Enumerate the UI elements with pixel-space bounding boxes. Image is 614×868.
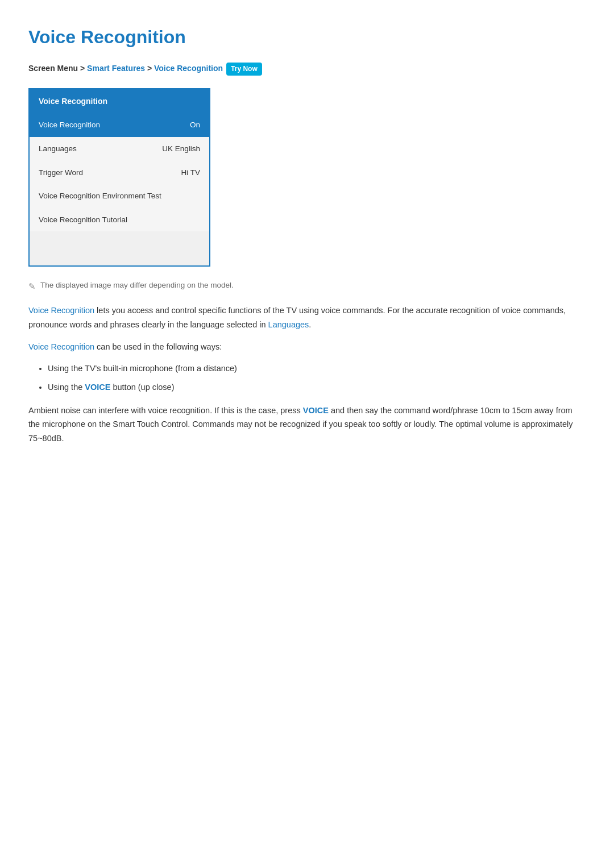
menu-item-label: Voice Recognition — [39, 119, 100, 131]
menu-item-environment-test[interactable]: Voice Recognition Environment Test — [30, 184, 209, 208]
languages-link[interactable]: Languages — [268, 320, 309, 329]
menu-item-trigger-word[interactable]: Trigger Word Hi TV — [30, 161, 209, 185]
breadcrumb-smart-features[interactable]: Smart Features — [87, 64, 145, 73]
breadcrumb-prefix: Screen Menu > — [28, 64, 87, 73]
note-text: The displayed image may differ depending… — [40, 279, 234, 292]
list-item-2-part1: Using the — [48, 383, 85, 392]
menu-item-languages[interactable]: Languages UK English — [30, 137, 209, 161]
list-item-1-text: Using the TV's built-in microphone (from… — [48, 364, 237, 373]
body-text-3-part1: Ambient noise can interfere with voice r… — [28, 406, 303, 415]
menu-item-label: Voice Recognition Environment Test — [39, 190, 161, 202]
list-item-1: Using the TV's built-in microphone (from… — [48, 362, 586, 376]
menu-item-voice-recognition[interactable]: Voice Recognition On — [30, 113, 209, 137]
body-text-1-end: . — [309, 320, 311, 329]
page-title: Voice Recognition — [28, 23, 586, 52]
menu-panel: Voice Recognition Voice Recognition On L… — [28, 88, 210, 267]
try-now-badge[interactable]: Try Now — [226, 63, 262, 76]
menu-item-value: UK English — [162, 143, 200, 155]
menu-panel-title: Voice Recognition — [30, 89, 209, 113]
pencil-icon: ✎ — [28, 280, 36, 293]
list-item-2-part2: button (up close) — [110, 383, 174, 392]
voice-keyword-1: VOICE — [85, 383, 110, 392]
breadcrumb-voice-recognition[interactable]: Voice Recognition — [154, 64, 223, 73]
voice-recognition-link-1[interactable]: Voice Recognition — [28, 306, 94, 315]
breadcrumb-separator: > — [145, 64, 154, 73]
menu-item-label: Trigger Word — [39, 167, 83, 179]
body-paragraph-1: Voice Recognition lets you access and co… — [28, 304, 586, 331]
body-paragraph-2-heading: Voice Recognition can be used in the fol… — [28, 340, 586, 354]
list-item-2: Using the VOICE button (up close) — [48, 380, 586, 394]
voice-recognition-link-2[interactable]: Voice Recognition — [28, 342, 94, 351]
body-paragraph-3: Ambient noise can interfere with voice r… — [28, 404, 586, 446]
bullet-list: Using the TV's built-in microphone (from… — [28, 362, 586, 394]
menu-item-label: Languages — [39, 143, 77, 155]
voice-keyword-2: VOICE — [303, 406, 329, 415]
menu-item-label: Voice Recognition Tutorial — [39, 214, 127, 226]
note-row: ✎ The displayed image may differ dependi… — [28, 279, 586, 293]
menu-item-value: Hi TV — [181, 167, 200, 179]
body-text-2: can be used in the following ways: — [94, 342, 222, 351]
menu-panel-footer — [30, 231, 209, 265]
menu-item-value: On — [190, 119, 200, 131]
breadcrumb: Screen Menu > Smart Features > Voice Rec… — [28, 62, 586, 76]
menu-item-tutorial[interactable]: Voice Recognition Tutorial — [30, 208, 209, 232]
